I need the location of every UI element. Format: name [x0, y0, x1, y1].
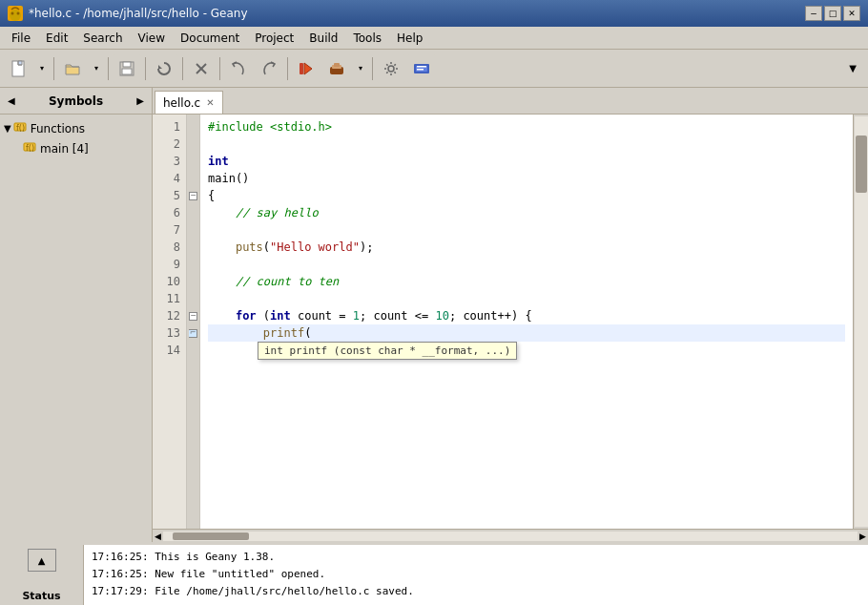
sidebar-tabs: ◀ Symbols ▶: [0, 88, 152, 115]
toolbar-more-button[interactable]: ▼: [841, 57, 864, 80]
main-icon: f(): [23, 140, 36, 156]
fold-10: [187, 273, 199, 290]
tree-functions-item[interactable]: ▼ f() Functions: [0, 118, 152, 138]
scrollbar-track[interactable]: [855, 116, 868, 527]
fold-box-12[interactable]: −: [189, 312, 197, 321]
reload-button[interactable]: [150, 54, 178, 83]
horizontal-scrollbar[interactable]: ◀ ▶: [153, 529, 868, 542]
tab-bar: hello.c ✕: [153, 88, 868, 115]
h-scrollbar-thumb[interactable]: [173, 532, 249, 540]
close-window-button[interactable]: ✕: [843, 6, 860, 21]
svg-marker-10: [304, 63, 312, 74]
menu-view[interactable]: View: [131, 30, 173, 47]
menu-file[interactable]: File: [4, 30, 38, 47]
h-scroll-left-btn[interactable]: ◀: [155, 532, 161, 541]
line-num-5: 5: [153, 187, 186, 204]
build-dropdown[interactable]: ▾: [353, 54, 368, 83]
fold-6: [187, 204, 199, 221]
log-area: ▲ Status ▼ 17:16:25: This is Geany 1.38.…: [0, 542, 868, 605]
fold-1: [187, 118, 199, 136]
svg-line-23: [386, 72, 387, 73]
log-up-button[interactable]: ▲: [28, 549, 56, 572]
menu-edit[interactable]: Edit: [38, 30, 75, 47]
new-file-button[interactable]: [4, 54, 32, 83]
code-content[interactable]: #include <stdio.h> int main() { // say h…: [200, 115, 853, 529]
close-file-button[interactable]: [187, 54, 216, 83]
fold-7: [187, 221, 199, 239]
log-line-3: 17:17:29: File /home/jhall/src/hello/hel…: [92, 583, 860, 600]
undo-button[interactable]: [224, 54, 253, 83]
tab-hello-c[interactable]: hello.c ✕: [155, 91, 223, 114]
preferences-button[interactable]: [377, 54, 405, 83]
line-num-13: 13: [153, 324, 186, 342]
svg-rect-5: [123, 62, 131, 67]
autocomplete-popup: int printf (const char * __format, ...): [258, 342, 517, 360]
menu-tools[interactable]: Tools: [345, 30, 389, 47]
redo-button[interactable]: [255, 54, 283, 83]
menu-search[interactable]: Search: [75, 30, 130, 47]
line-num-3: 3: [153, 153, 186, 170]
svg-text:f(): f(): [16, 124, 25, 133]
code-line-6: // say hello: [208, 204, 845, 221]
sidebar-next-button[interactable]: ▶: [133, 94, 148, 108]
code-line-8: puts("Hello world");: [208, 239, 845, 256]
fold-12[interactable]: −: [187, 307, 199, 324]
app-icon: [8, 6, 23, 21]
functions-icon: f(): [13, 120, 27, 136]
toolbar-separator-2: [108, 57, 109, 80]
autocomplete-text: int printf (const char * __format, ...): [264, 344, 510, 357]
editor-area: hello.c ✕ 1 2 3 4 5 6 7 8 9 10 11 12 13 …: [153, 88, 868, 542]
fold-5[interactable]: −: [187, 187, 199, 204]
scrollbar-thumb[interactable]: [856, 136, 867, 193]
toolbar-separator-4: [182, 57, 183, 80]
tab-close-button[interactable]: ✕: [206, 97, 214, 108]
svg-rect-6: [122, 69, 132, 74]
fold-box-13[interactable]: ⌐: [189, 329, 197, 338]
titlebar: *hello.c - /home/jhall/src/hello - Geany…: [0, 0, 868, 27]
line-num-14: 14: [153, 342, 186, 359]
fold-13[interactable]: ⌐: [187, 324, 199, 342]
svg-marker-7: [158, 65, 162, 69]
line-num-6: 6: [153, 204, 186, 221]
svg-rect-27: [417, 69, 424, 71]
menu-document[interactable]: Document: [173, 30, 247, 47]
tree-main-item[interactable]: f() main [4]: [0, 138, 152, 158]
toolbar-separator-6: [287, 57, 288, 80]
vertical-scrollbar[interactable]: [853, 115, 868, 529]
log-sidebar: ▲ Status ▼: [0, 545, 84, 605]
titlebar-left: *hello.c - /home/jhall/src/hello - Geany: [8, 6, 248, 21]
open-file-button[interactable]: [58, 54, 87, 83]
menu-help[interactable]: Help: [389, 30, 430, 47]
code-line-4: main(): [208, 170, 845, 187]
log-status-label: Status: [22, 590, 60, 602]
code-line-13: printf(: [208, 324, 845, 342]
line-num-2: 2: [153, 136, 186, 153]
log-line-2: 17:16:25: New file "untitled" opened.: [92, 566, 860, 583]
sidebar-prev-button[interactable]: ◀: [4, 94, 19, 108]
line-num-8: 8: [153, 239, 186, 256]
messages-button[interactable]: [407, 54, 436, 83]
tree-expand-icon: ▼: [4, 123, 11, 134]
main-label: main [4]: [40, 142, 89, 156]
menu-project[interactable]: Project: [247, 30, 301, 47]
window-title: *hello.c - /home/jhall/src/hello - Geany: [29, 7, 248, 20]
h-scroll-right-btn[interactable]: ▶: [859, 532, 866, 541]
line-num-11: 11: [153, 290, 186, 307]
minimize-button[interactable]: −: [805, 6, 822, 21]
new-file-dropdown[interactable]: ▾: [34, 54, 50, 83]
line-numbers: 1 2 3 4 5 6 7 8 9 10 11 12 13 14: [153, 115, 187, 529]
line-num-1: 1: [153, 118, 186, 136]
menu-build[interactable]: Build: [301, 30, 345, 47]
compile-button[interactable]: [292, 54, 320, 83]
svg-text:f(): f(): [26, 144, 34, 153]
tab-label: hello.c: [163, 96, 200, 110]
fold-box-5[interactable]: −: [189, 192, 197, 200]
save-file-button[interactable]: [113, 54, 141, 83]
svg-line-20: [386, 64, 387, 65]
h-scrollbar-track[interactable]: [163, 532, 858, 541]
code-editor[interactable]: 1 2 3 4 5 6 7 8 9 10 11 12 13 14: [153, 115, 868, 529]
fold-3: [187, 153, 199, 170]
build-button[interactable]: [322, 54, 351, 83]
open-file-dropdown[interactable]: ▾: [89, 54, 104, 83]
maximize-button[interactable]: □: [824, 6, 841, 21]
